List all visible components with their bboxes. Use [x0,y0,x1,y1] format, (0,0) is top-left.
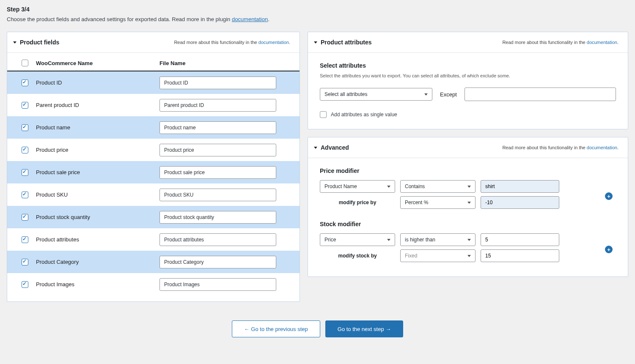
hint-pre: Read more about this functionality in th… [502,40,586,45]
row-checkbox[interactable] [22,281,28,288]
add-price-rule-button[interactable]: + [605,192,613,200]
stock-op-value: is higher than [405,237,435,243]
step-subtitle-post: . [268,16,269,22]
table-row: Product sale price [7,161,300,183]
stock-field-select[interactable]: Price [320,233,395,246]
row-checkbox[interactable] [22,124,28,131]
advanced-header[interactable]: Advanced Read more about this functional… [308,137,628,158]
except-label: Except [440,91,457,98]
doc-link[interactable]: documentation [258,40,289,45]
previous-step-button[interactable]: ← Go to the previous step [232,320,320,337]
except-input[interactable] [465,88,616,101]
attributes-select[interactable]: Select all attributes [320,88,432,101]
panel-title: Product fields [20,39,59,46]
chevron-down-icon [467,186,471,188]
single-value-label: Add attributes as single value [331,112,397,118]
row-label: Product Images [36,281,159,287]
hint-post: . [289,40,290,45]
row-label: Product name [36,124,159,131]
hint-post: . [617,145,619,150]
file-name-input[interactable] [159,256,276,268]
stock-modify-type-select[interactable]: Fixed [400,249,476,262]
row-label: Product stock quantity [36,214,159,220]
file-name-input[interactable] [159,233,276,246]
file-name-input[interactable] [159,189,276,201]
file-name-input[interactable] [159,99,276,112]
row-checkbox[interactable] [22,169,28,176]
table-row: Product price [7,139,300,161]
stock-modify-label: modify stock by [320,253,395,259]
table-row: Product Category [7,251,300,273]
price-modify-value-input[interactable] [481,196,559,209]
row-checkbox[interactable] [22,147,28,153]
price-field-select[interactable]: Product Name [320,180,395,193]
add-stock-rule-button[interactable]: + [605,246,613,253]
panel-hint: Read more about this functionality in th… [502,40,619,45]
doc-link[interactable]: documentation [232,16,268,22]
row-checkbox[interactable] [22,236,28,243]
single-value-checkbox[interactable] [320,111,327,118]
row-label: Product SKU [36,192,159,198]
col-file-name: File Name [159,60,290,66]
chevron-down-icon [424,93,428,96]
product-attributes-header[interactable]: Product attributes Read more about this … [308,32,628,53]
file-name-input[interactable] [159,77,276,89]
row-checkbox[interactable] [22,214,28,221]
price-modifier-title: Price modifier [320,167,616,174]
stock-op-select[interactable]: is higher than [400,233,476,246]
price-op-value: Contains [405,183,425,189]
file-name-input[interactable] [159,166,276,179]
panel-title: Advanced [321,144,349,151]
row-label: Product sale price [36,169,159,175]
table-row: Product ID [7,71,300,94]
step-title: Step 3/4 [7,6,628,13]
panel-hint: Read more about this functionality in th… [502,145,619,150]
row-label: Parent product ID [36,102,159,108]
caret-down-icon [314,147,317,149]
doc-link[interactable]: documentation [587,145,617,150]
table-header: WooCommerce Name File Name [7,53,300,71]
row-label: Product price [36,147,159,153]
stock-modify-value-input[interactable] [481,249,559,262]
step-subtitle-pre: Choose the product fields and advanced s… [7,16,232,22]
stock-match-input[interactable] [481,233,559,246]
price-match-input[interactable] [481,180,559,193]
chevron-down-icon [387,239,390,241]
select-attributes-title: Select attributes [320,62,616,69]
next-step-button[interactable]: Go to the next step → [325,320,403,337]
row-checkbox[interactable] [22,259,28,265]
product-fields-panel: Product fields Read more about this func… [7,32,300,302]
price-modify-type-select[interactable]: Percent % [400,196,476,209]
table-row: Product Images [7,273,300,296]
row-label: Product Category [36,259,159,265]
price-modify-label: modify price by [320,200,395,205]
product-attributes-panel: Product attributes Read more about this … [308,32,628,129]
hint-post: . [617,40,619,45]
product-fields-header[interactable]: Product fields Read more about this func… [7,32,300,53]
file-name-input[interactable] [159,144,276,156]
file-name-input[interactable] [159,278,276,291]
panel-title: Product attributes [321,39,372,46]
chevron-down-icon [467,255,471,257]
doc-link[interactable]: documentation [587,40,617,45]
col-woo-name: WooCommerce Name [36,60,159,66]
step-subtitle: Choose the product fields and advanced s… [7,16,628,22]
price-op-select[interactable]: Contains [400,180,476,193]
select-all-checkbox[interactable] [22,60,28,66]
table-row: Product name [7,116,300,139]
chevron-down-icon [467,202,471,204]
hint-pre: Read more about this functionality in th… [502,145,586,150]
table-row: Product stock quantity [7,206,300,228]
row-checkbox[interactable] [22,192,28,198]
table-row: Product SKU [7,183,300,206]
file-name-input[interactable] [159,121,276,134]
file-name-input[interactable] [159,211,276,224]
row-label: Product attributes [36,236,159,243]
chevron-down-icon [387,186,390,188]
row-checkbox[interactable] [22,79,28,86]
price-modify-type-value: Percent % [405,200,428,205]
advanced-panel: Advanced Read more about this functional… [308,137,628,277]
stock-modifier-title: Stock modifier [320,221,616,227]
attributes-select-label: Select all attributes [324,91,367,97]
row-checkbox[interactable] [22,102,28,109]
